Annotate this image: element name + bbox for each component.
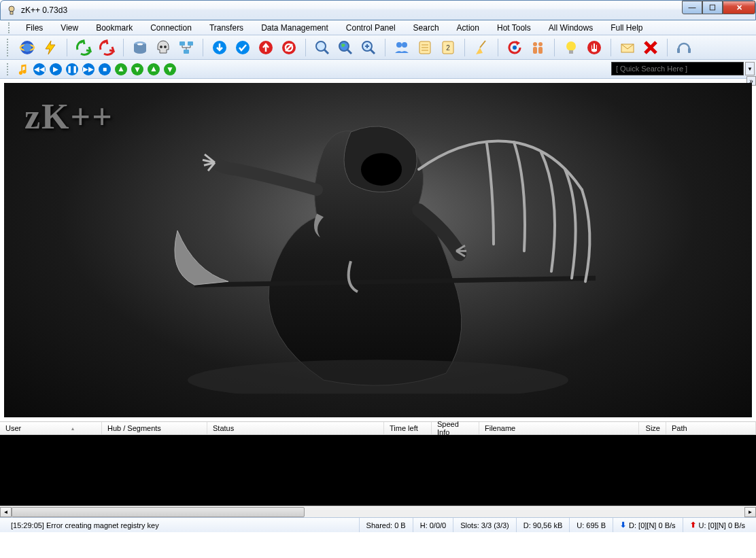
svg-point-7 — [160, 46, 162, 48]
col-user[interactable]: User — [0, 422, 102, 434]
menu-data-management[interactable]: Data Management — [253, 22, 337, 34]
svg-point-48 — [188, 360, 568, 394]
stop-icon[interactable]: ■ — [98, 63, 111, 76]
svg-line-19 — [324, 50, 328, 54]
col-speed[interactable]: Speed Info — [432, 422, 479, 434]
svg-rect-41 — [569, 50, 573, 54]
menu-full-help[interactable]: Full Help — [602, 22, 651, 34]
scroll-right-icon[interactable]: ► — [744, 507, 756, 517]
down-green2-icon[interactable]: ▼ — [163, 63, 177, 76]
shield-no-icon[interactable] — [279, 38, 298, 57]
col-path[interactable]: Path — [666, 422, 756, 434]
zoom-in-icon[interactable] — [359, 38, 378, 57]
app-icon — [6, 5, 17, 16]
col-timeleft[interactable]: Time left — [384, 422, 432, 434]
maximize-button[interactable]: ☐ — [702, 1, 723, 14]
svg-rect-1 — [10, 12, 13, 14]
up-green2-icon[interactable]: ▲ — [147, 63, 160, 76]
play-icon[interactable]: ▶ — [49, 63, 63, 76]
toolbar2-grip-icon[interactable] — [7, 63, 11, 75]
menu-action[interactable]: Action — [449, 22, 487, 34]
svg-point-0 — [9, 6, 14, 12]
refresh-icon[interactable] — [505, 38, 524, 57]
svg-rect-10 — [188, 41, 193, 46]
svg-point-18 — [316, 41, 326, 51]
quick-search-input[interactable] — [616, 65, 739, 73]
svg-point-26 — [396, 42, 402, 48]
scroll-thumb[interactable] — [12, 507, 305, 517]
menu-search[interactable]: Search — [405, 22, 447, 34]
broom-icon[interactable] — [472, 38, 491, 57]
menu-view[interactable]: View — [52, 22, 86, 34]
status-hubs: H: 0/0/0 — [413, 518, 454, 532]
users-icon[interactable] — [392, 38, 411, 57]
window-controls: — ☐ ✕ — [682, 1, 755, 14]
quick-search-box[interactable] — [611, 62, 744, 75]
bulb-icon[interactable] — [562, 38, 581, 57]
svg-rect-45 — [688, 48, 691, 53]
music-note-icon[interactable] — [16, 63, 30, 76]
recycle-red-icon[interactable] — [97, 38, 116, 57]
zoom-icon[interactable] — [313, 38, 332, 57]
menubar: Files View Bookmark Connection Transfers… — [0, 20, 756, 35]
scroll-left-icon[interactable]: ◄ — [0, 507, 12, 517]
delete-x-icon[interactable] — [641, 38, 660, 57]
shield-check-icon[interactable] — [233, 38, 252, 57]
minimize-button[interactable]: — — [682, 1, 702, 14]
svg-line-34 — [480, 41, 485, 48]
people-icon[interactable] — [528, 38, 547, 57]
splash-logo: zK++ — [24, 97, 114, 137]
network-icon[interactable] — [177, 38, 196, 57]
menu-bookmark[interactable]: Bookmark — [88, 22, 141, 34]
menu-files[interactable]: Files — [18, 22, 51, 34]
prev-icon[interactable]: ◀◀ — [33, 63, 46, 76]
zoom-world-icon[interactable] — [336, 38, 355, 57]
toolbar-grip-icon[interactable] — [7, 39, 11, 56]
menu-control-panel[interactable]: Control Panel — [338, 22, 404, 34]
splash-panel: » zK++ — [0, 79, 756, 421]
col-size[interactable]: Size — [639, 422, 666, 434]
menubar-grip-icon[interactable] — [8, 22, 12, 33]
status-up-speed: ⬆U: [0][N] 0 B/s — [683, 518, 752, 532]
notepad2-icon[interactable]: 2 — [439, 38, 458, 57]
svg-rect-11 — [184, 50, 189, 54]
svg-point-6 — [137, 43, 143, 45]
next-icon[interactable]: ▶▶ — [82, 63, 95, 76]
svg-point-27 — [402, 42, 407, 48]
svg-point-40 — [566, 41, 576, 51]
quick-search-dropdown-icon[interactable]: ▼ — [745, 62, 755, 75]
headset-icon[interactable] — [674, 38, 693, 57]
notepad-icon[interactable] — [415, 38, 434, 57]
window-title: zK++ 0.73d3 — [21, 5, 67, 15]
shield-up-red-icon[interactable] — [256, 38, 275, 57]
stop-hand-icon[interactable] — [585, 38, 604, 57]
disk-icon[interactable] — [131, 38, 150, 57]
scroll-track[interactable] — [12, 507, 744, 517]
status-up-total: U: 695 B — [570, 518, 613, 532]
recycle-green-icon[interactable] — [74, 38, 93, 57]
down-green-icon[interactable]: ▼ — [131, 63, 144, 76]
col-status[interactable]: Status — [207, 422, 384, 434]
arrow-up-icon: ⬆ — [690, 521, 696, 529]
menu-transfers[interactable]: Transfers — [201, 22, 252, 34]
up-green-icon[interactable]: ▲ — [114, 63, 128, 76]
menu-all-windows[interactable]: All Windows — [540, 22, 601, 34]
mail-icon[interactable] — [618, 38, 637, 57]
menu-hot-tools[interactable]: Hot Tools — [489, 22, 539, 34]
skull-icon[interactable] — [154, 38, 173, 57]
lightning-icon[interactable] — [41, 38, 60, 57]
svg-point-37 — [538, 42, 543, 46]
horizontal-scrollbar[interactable]: ◄ ► — [0, 506, 756, 517]
close-button[interactable]: ✕ — [723, 1, 755, 14]
status-slots: Slots: 3/3 (3/3) — [453, 518, 517, 532]
pause-icon[interactable]: ❚❚ — [65, 63, 79, 76]
menu-connection[interactable]: Connection — [142, 22, 200, 34]
svg-line-21 — [347, 50, 351, 54]
svg-rect-9 — [179, 41, 185, 46]
col-hub[interactable]: Hub / Segments — [102, 422, 207, 434]
globe-icon[interactable] — [18, 38, 37, 57]
svg-text:2: 2 — [446, 44, 450, 52]
arrow-down-icon: ⬇ — [620, 521, 626, 529]
col-filename[interactable]: Filename — [479, 422, 639, 434]
shield-down-icon[interactable] — [210, 38, 229, 57]
